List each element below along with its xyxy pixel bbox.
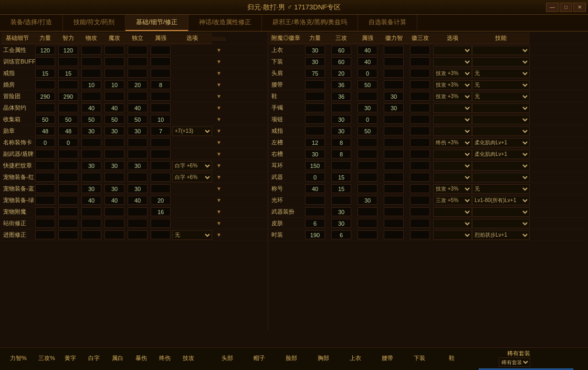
right-input-5-0[interactable] [305,103,325,112]
left-input-16-2[interactable] [81,230,101,239]
right-input-5-1[interactable] [331,103,351,112]
right-input-4-1[interactable] [331,92,351,101]
right-input-7-3[interactable] [384,126,404,135]
maximize-btn[interactable]: □ [560,3,572,12]
left-input-16-3[interactable] [104,230,124,239]
right-input-3-0[interactable] [305,80,325,89]
right-input-10-1[interactable] [331,161,351,170]
right-skill-select-4[interactable]: 无 [472,92,530,101]
tab-equip[interactable]: 装备/选择/打造 [0,15,63,31]
left-input-4-0[interactable] [35,92,55,101]
left-input-10-5[interactable] [151,161,171,170]
right-input-9-3[interactable] [384,150,404,158]
right-input-14-3[interactable] [384,207,404,216]
right-skill-empty-15[interactable] [472,219,530,228]
right-input-15-4[interactable] [410,219,430,228]
right-input-0-3[interactable] [384,46,404,55]
right-input-2-2[interactable] [358,69,377,78]
right-select-empty-10[interactable] [433,161,472,171]
tab-myth[interactable]: 神话/改造属性修正 [188,15,262,31]
right-input-0-2[interactable] [358,46,377,55]
right-input-15-0[interactable] [305,219,325,228]
left-select-10[interactable]: 白字 +6% [172,161,212,171]
right-select-empty-5[interactable] [433,103,472,113]
right-input-4-3[interactable] [384,92,404,101]
right-input-8-0[interactable] [305,138,325,147]
right-select-4[interactable]: 技攻 +3% [433,92,472,101]
left-input-9-5[interactable] [151,150,171,158]
left-input-7-4[interactable] [128,126,148,135]
right-input-8-2[interactable] [358,138,377,147]
left-input-10-0[interactable] [35,161,55,170]
right-input-6-2[interactable] [358,115,377,124]
left-input-5-0[interactable] [35,103,55,112]
right-input-11-2[interactable] [358,173,377,182]
left-input-16-4[interactable] [128,230,148,239]
right-input-9-4[interactable] [410,150,430,158]
left-input-13-3[interactable] [104,196,124,205]
right-select-empty-9[interactable] [433,150,472,159]
right-input-5-4[interactable] [410,103,430,112]
right-input-15-1[interactable] [331,219,351,228]
right-input-12-4[interactable] [410,184,430,193]
right-input-1-4[interactable] [410,57,430,66]
left-arrow-15[interactable]: ▼ [212,220,226,226]
right-skill-empty-0[interactable] [472,46,530,55]
right-input-14-1[interactable] [331,207,351,216]
left-input-0-5[interactable] [151,46,171,55]
right-input-13-1[interactable] [331,196,351,205]
right-input-4-2[interactable] [358,92,377,101]
right-skill-select-2[interactable]: 无 [472,69,530,78]
left-arrow-10[interactable]: ▼ [212,163,226,168]
right-skill-empty-5[interactable] [472,103,530,113]
right-input-15-3[interactable] [384,219,404,228]
tab-custom[interactable]: 自选装备计算 [358,15,417,31]
left-input-16-0[interactable] [35,230,55,239]
left-input-0-3[interactable] [104,46,124,55]
left-input-10-3[interactable] [104,161,124,170]
right-input-16-1[interactable] [331,230,351,239]
right-input-14-0[interactable] [305,207,325,216]
left-input-8-4[interactable] [128,138,148,147]
left-input-13-2[interactable] [81,196,101,205]
left-input-10-2[interactable] [81,161,101,170]
left-input-15-0[interactable] [35,219,55,228]
right-input-2-1[interactable] [331,69,351,78]
left-input-3-1[interactable] [58,80,78,89]
right-input-16-4[interactable] [410,230,430,239]
left-input-1-0[interactable] [35,57,55,66]
right-input-2-0[interactable] [305,69,325,78]
left-input-14-1[interactable] [58,207,78,216]
left-input-12-5[interactable] [151,184,171,193]
right-input-2-3[interactable] [384,69,404,78]
left-input-12-3[interactable] [104,184,124,193]
left-input-9-1[interactable] [58,150,78,158]
right-input-5-3[interactable] [384,103,404,112]
right-input-13-4[interactable] [410,196,430,205]
right-input-4-0[interactable] [305,92,325,101]
left-input-15-1[interactable] [58,219,78,228]
right-skill-select-9[interactable]: 柔化肌肉Lv+1 [472,150,530,159]
right-input-14-4[interactable] [410,207,430,216]
left-input-0-2[interactable] [81,46,101,55]
left-input-13-0[interactable] [35,196,55,205]
left-input-1-3[interactable] [104,57,124,66]
left-arrow-13[interactable]: ▼ [212,197,226,203]
right-input-10-4[interactable] [410,161,430,170]
left-input-5-5[interactable] [151,103,171,112]
left-input-7-2[interactable] [81,126,101,135]
left-input-7-3[interactable] [104,126,124,135]
left-input-2-1[interactable] [58,69,78,78]
right-input-0-0[interactable] [305,46,325,55]
left-input-5-3[interactable] [104,103,124,112]
right-input-7-4[interactable] [410,126,430,135]
right-input-1-3[interactable] [384,57,404,66]
left-arrow-7[interactable]: ▼ [212,128,226,134]
right-select-3[interactable]: 技攻 +3% [433,80,472,90]
right-input-1-1[interactable] [331,57,351,66]
right-select-empty-0[interactable] [433,46,472,55]
left-input-0-0[interactable] [35,46,55,55]
right-input-12-2[interactable] [358,184,377,193]
right-input-2-4[interactable] [410,69,430,78]
right-select-empty-14[interactable] [433,207,472,217]
